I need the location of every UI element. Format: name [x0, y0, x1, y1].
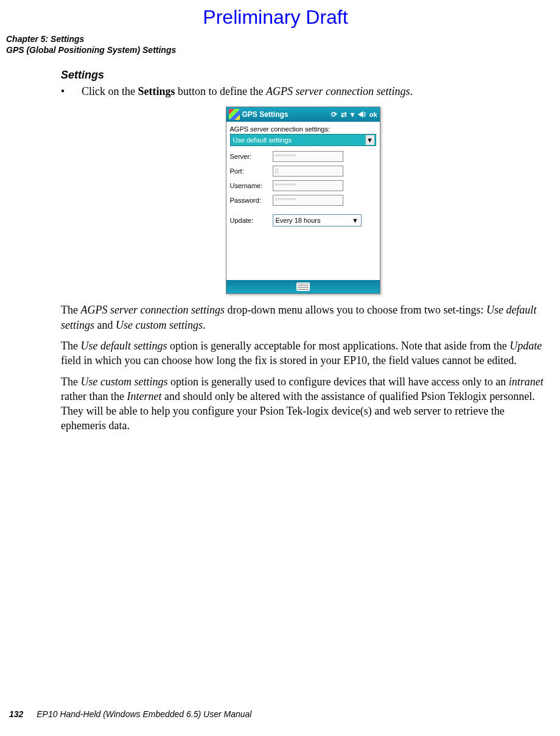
page-footer: 132 EP10 Hand-Held (Windows Embedded 6.5…	[9, 709, 251, 719]
update-label: Update:	[230, 217, 273, 224]
connection-value: Use default settings	[233, 136, 292, 144]
connection-label: AGPS server connection settings:	[230, 125, 376, 133]
volume-icon[interactable]: ◀፧	[358, 111, 366, 118]
device-bottom-bar	[226, 280, 380, 293]
bullet-marker: •	[61, 85, 82, 98]
paragraph-1: The AGPS server connection settings drop…	[61, 303, 545, 332]
paragraph-3: The Use custom settings option is genera…	[61, 374, 545, 433]
password-field: ********	[273, 195, 343, 206]
section-heading: Settings	[61, 69, 545, 82]
device-titlebar: GPS Settings ⟳ ⇄ ▾ ◀፧ ok	[226, 107, 380, 122]
username-field: ********	[273, 180, 343, 191]
server-field: ********	[273, 151, 343, 162]
chevron-down-icon: ▼	[365, 135, 374, 145]
ok-button[interactable]: ok	[369, 111, 377, 118]
connection-dropdown[interactable]: Use default settings ▼	[230, 134, 376, 146]
start-icon[interactable]	[229, 109, 240, 120]
bullet-item: • Click on the Settings button to define…	[61, 85, 545, 98]
section-line: GPS (Global Positioning System) Settings	[6, 44, 545, 55]
update-value: Every 18 hours	[276, 217, 321, 224]
chevron-down-icon: ▼	[351, 217, 360, 224]
password-label: Password:	[230, 197, 273, 204]
device-screenshot: GPS Settings ⟳ ⇄ ▾ ◀፧ ok AGPS server con…	[226, 107, 380, 294]
port-field: 0	[273, 166, 343, 177]
server-label: Server:	[230, 153, 273, 160]
running-header: Chapter 5: Settings GPS (Global Position…	[6, 33, 545, 55]
update-dropdown[interactable]: Every 18 hours ▼	[273, 214, 362, 226]
chapter-line: Chapter 5: Settings	[6, 33, 545, 44]
username-label: Username:	[230, 182, 273, 189]
signal-icon[interactable]: ▾	[351, 111, 354, 118]
paragraph-2: The Use default settings option is gener…	[61, 338, 545, 368]
sync-icon[interactable]: ⟳	[331, 111, 337, 118]
page-number: 132	[9, 709, 23, 719]
connection-icon[interactable]: ⇄	[341, 111, 347, 118]
bullet-text: Click on the Settings button to define t…	[82, 85, 413, 98]
draft-banner: Preliminary Draft	[6, 6, 545, 29]
window-title: GPS Settings	[242, 110, 329, 119]
port-label: Port:	[230, 167, 273, 175]
keyboard-icon[interactable]	[296, 282, 310, 291]
footer-title: EP10 Hand-Held (Windows Embedded 6.5) Us…	[37, 709, 251, 719]
